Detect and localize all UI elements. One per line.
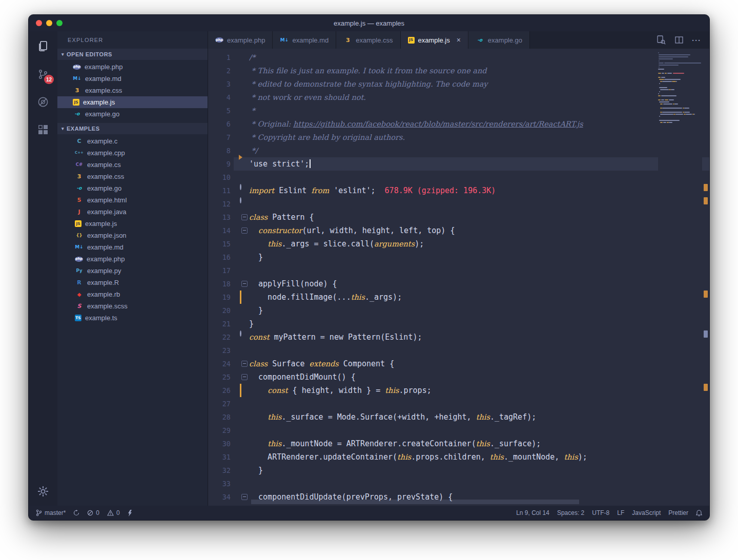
gutter[interactable] [234,317,249,330]
gutter[interactable] [234,450,249,464]
more-actions-icon[interactable]: ··· [692,36,701,45]
titlebar[interactable]: example.js — examples [29,15,709,31]
gutter[interactable] [234,344,249,357]
settings-gear-icon[interactable] [36,484,50,499]
tab-example-js[interactable]: JSexample.js× [401,31,468,49]
gutter[interactable] [234,211,249,224]
gutter[interactable] [234,504,249,506]
gutter[interactable] [234,171,249,184]
line-number[interactable]: 17 [208,264,234,277]
line-number[interactable]: 11 [208,184,234,197]
gutter[interactable] [234,184,249,197]
status-warning-triangle[interactable]: 0 [107,509,120,516]
line-number[interactable]: 15 [208,237,234,251]
sidebar-item-example-go[interactable]: -oexample.go [57,182,208,194]
sidebar-item-example-java[interactable]: Jexample.java [57,206,208,218]
sidebar-item-example-ts[interactable]: TSexample.ts [57,312,208,324]
sidebar-item-example-go[interactable]: -oexample.go [57,108,208,120]
gutter[interactable] [234,51,249,64]
line-number[interactable]: 7 [208,131,234,144]
sidebar-item-example-php[interactable]: phpexample.php [57,61,208,73]
code-line-18[interactable]: 18 applyFill(node) { [208,277,709,291]
fold-icon[interactable] [241,374,248,380]
fold-icon[interactable] [241,227,248,234]
sidebar-item-example-html[interactable]: 5example.html [57,194,208,206]
sidebar-item-example-css[interactable]: 3example.css [57,85,208,96]
gutter[interactable] [234,277,249,291]
line-number[interactable]: 3 [208,77,234,91]
status-error-circle[interactable]: 0 [87,509,99,516]
gutter[interactable] [234,144,249,157]
sidebar-item-example-rb[interactable]: ◆example.rb [57,288,208,300]
gutter[interactable] [234,397,249,410]
line-number[interactable]: 12 [208,197,234,211]
sidebar-item-example-py[interactable]: Pyexample.py [57,265,208,277]
sidebar-item-example-cpp[interactable]: C++example.cpp [57,147,208,159]
code-text[interactable]: } [249,251,709,264]
line-number[interactable]: 18 [208,277,234,291]
code-text[interactable]: 'use strict'; [249,157,709,171]
sidebar-item-example-md[interactable]: M↓example.md [57,73,208,85]
explorer-activity-icon[interactable] [36,39,50,54]
line-number[interactable]: 35 [208,504,234,506]
line-number[interactable]: 29 [208,424,234,437]
code-line-21[interactable]: 21} [208,317,709,330]
status-sync[interactable] [73,510,79,516]
line-number[interactable]: 4 [208,91,234,104]
code-line-13[interactable]: 13class Pattern { [208,211,709,224]
line-number[interactable]: 10 [208,171,234,184]
sidebar-item-example-js[interactable]: JSexample.js [57,96,208,108]
gutter[interactable] [234,64,249,77]
code-text[interactable]: const { height, width } = this.props; [249,384,709,397]
line-number[interactable]: 1 [208,51,234,64]
code-text[interactable]: constructor(url, width, height, left, to… [249,224,709,237]
code-text[interactable]: * [249,104,709,117]
gutter[interactable] [234,410,249,424]
gutter[interactable] [234,117,249,131]
code-line-32[interactable]: 32 } [208,464,709,477]
code-line-29[interactable]: 29 [208,424,709,437]
gutter[interactable] [234,490,249,504]
code-text[interactable]: const myPattern = new Pattern(Eslint); [249,330,709,344]
line-number[interactable]: 28 [208,410,234,424]
sidebar-item-example-scss[interactable]: Sexample.scss [57,300,208,312]
gutter[interactable] [234,477,249,490]
gutter[interactable] [234,370,249,384]
code-line-10[interactable]: 10 [208,171,709,184]
code-line-12[interactable]: 12 [208,197,709,211]
gutter[interactable] [234,224,249,237]
code-text[interactable]: * This file is just an example. I took i… [249,64,709,77]
code-text[interactable]: class Surface extends Component { [249,357,709,370]
line-number[interactable]: 9 [208,157,234,171]
code-text[interactable]: this._args = slice.call(arguments); [249,237,709,251]
code-text[interactable] [249,264,709,277]
code-text[interactable]: import Eslint from 'eslint'; 678.9K (gzi… [249,184,709,197]
code-line-3[interactable]: 3 * edited to demonstrate the syntax hig… [208,77,709,91]
code-text[interactable]: } [249,317,709,330]
line-number[interactable]: 20 [208,304,234,317]
line-number[interactable]: 30 [208,437,234,450]
sidebar-item-example-md[interactable]: M↓example.md [57,241,208,253]
gutter[interactable] [234,304,249,317]
tab-example-php[interactable]: phpexample.php [208,31,273,49]
debug-disabled-activity-icon[interactable] [36,95,50,109]
line-number[interactable]: 6 [208,117,234,131]
line-number[interactable]: 32 [208,464,234,477]
code-text[interactable]: */ [249,144,709,157]
line-number[interactable]: 34 [208,490,234,504]
line-number[interactable]: 26 [208,384,234,397]
line-number[interactable]: 22 [208,330,234,344]
code-line-5[interactable]: 5 * [208,104,709,117]
code-line-25[interactable]: 25 componentDidMount() { [208,370,709,384]
code-line-17[interactable]: 17 [208,264,709,277]
code-text[interactable]: * edited to demonstrate the syntax highl… [249,77,709,91]
status-bell[interactable] [696,510,702,516]
gutter[interactable] [234,77,249,91]
close-window-button[interactable] [36,20,42,26]
code-line-19[interactable]: 19 node.fillImage(...this._args); [208,291,709,304]
code-text[interactable] [249,171,709,184]
gutter[interactable] [234,291,249,304]
gutter[interactable] [234,464,249,477]
line-number[interactable]: 14 [208,224,234,237]
zoom-window-button[interactable] [56,20,63,26]
